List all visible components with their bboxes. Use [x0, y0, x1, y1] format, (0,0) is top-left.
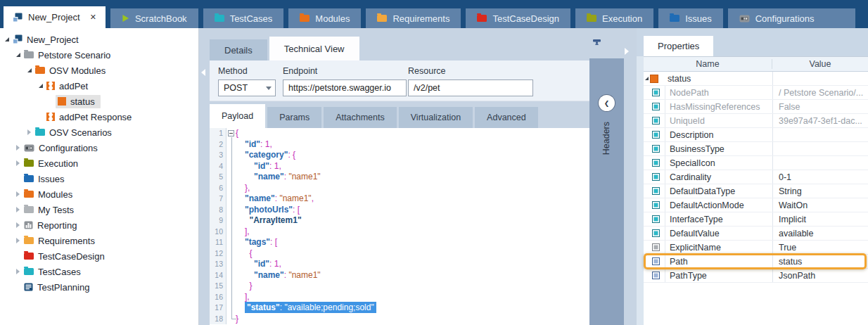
property-row-pathtype[interactable]: PathTypeJsonPath [644, 269, 868, 283]
property-row-businesstype[interactable]: BusinessType [644, 142, 868, 156]
tab-requirements[interactable]: Requirements [366, 8, 461, 28]
tree-expanded-icon[interactable] [3, 37, 11, 42]
fold-toggle-icon[interactable] [228, 130, 234, 136]
tab-new-project[interactable]: New_Project✕ [4, 6, 106, 28]
panel-expand-right-icon[interactable] [625, 48, 629, 55]
expand-headers-button[interactable]: ❮ [599, 95, 615, 111]
tab-payload[interactable]: Payload [210, 104, 265, 128]
property-row-uniqueid[interactable]: UniqueId39e97a47-3ef1-dac... [644, 114, 868, 128]
property-row-path[interactable]: Pathstatus [644, 255, 868, 269]
tab-params[interactable]: Params [267, 107, 321, 128]
tree-item-requirements[interactable]: Requirements [0, 233, 198, 248]
tree-item-modules[interactable]: Modules [0, 186, 198, 202]
tree-collapsed-icon[interactable] [14, 269, 22, 274]
code-line-9[interactable]: 9"ArrayItem1" [210, 215, 589, 227]
property-value-cell[interactable]: 39e97a47-3ef1-dac... [772, 114, 868, 127]
property-value-cell[interactable] [772, 142, 868, 155]
tree-collapsed-icon[interactable] [14, 238, 22, 243]
code-line-16[interactable]: 16], [210, 292, 589, 303]
property-row-explicitname[interactable]: ExplicitNameTrue [644, 241, 868, 255]
code-line-12[interactable]: 12{ [210, 248, 589, 260]
tab-details[interactable]: Details [210, 39, 267, 60]
property-value-cell[interactable] [772, 72, 868, 85]
tree-expanded-icon[interactable] [14, 53, 22, 57]
tree-item-osv-scenarios[interactable]: OSV Scenarios [0, 125, 198, 140]
tab-testcases[interactable]: TestCases [203, 8, 284, 28]
code-line-4[interactable]: 4"id": 1, [210, 161, 589, 172]
tab-execution[interactable]: Execution [575, 8, 653, 28]
property-value-cell[interactable]: 0-1 [772, 170, 868, 184]
tree-collapsed-icon[interactable] [14, 222, 22, 228]
property-value-cell[interactable]: available [772, 227, 868, 240]
tree-item-testcases[interactable]: TestCases [0, 264, 198, 279]
tab-configurations[interactable]: Configurations [728, 8, 855, 28]
tab-properties[interactable]: Properties [644, 36, 713, 56]
tab-technical-view[interactable]: Technical View [269, 37, 359, 60]
tab-virtualization[interactable]: Virtualization [399, 107, 473, 128]
tree-expanded-icon[interactable] [37, 84, 44, 88]
property-row-hasmissingreferences[interactable]: HasMissingReferencesFalse [644, 100, 868, 114]
tab-testcasedesign[interactable]: TestCaseDesign [466, 8, 570, 28]
code-line-15[interactable]: 15} [210, 281, 589, 292]
tree-item-my-tests[interactable]: My Tests [0, 202, 198, 217]
close-icon[interactable]: ✕ [90, 13, 96, 22]
tree-expanded-icon[interactable] [25, 68, 33, 72]
tree-item-osv-modules[interactable]: OSV Modules [0, 63, 198, 78]
tree-collapsed-icon[interactable] [14, 145, 22, 151]
property-row-nodepath[interactable]: NodePath/ Petstore Scenario/... [644, 86, 868, 100]
tree-collapsed-icon[interactable] [14, 160, 22, 166]
tab-modules[interactable]: Modules [288, 8, 361, 28]
property-value-cell[interactable]: WaitOn [772, 198, 868, 212]
tab-attachments[interactable]: Attachments [324, 107, 396, 128]
property-value-cell[interactable]: / Petstore Scenario/... [772, 86, 868, 99]
code-line-5[interactable]: 5"name": "name1" [210, 172, 589, 183]
code-line-17[interactable]: 17"status": "available;pending;sold" [210, 302, 589, 314]
tree-item-testcasedesign[interactable]: TestCaseDesign [0, 248, 198, 264]
tab-advanced[interactable]: Advanced [475, 107, 538, 128]
property-value-cell[interactable]: False [772, 100, 868, 113]
property-value-cell[interactable]: JsonPath [772, 269, 868, 282]
tree-item-addpet-response[interactable]: addPet Response [0, 109, 198, 125]
code-line-18[interactable]: 18} [210, 314, 589, 325]
tree-item-addpet[interactable]: addPet [0, 78, 198, 94]
tree-item-configurations[interactable]: Configurations [0, 140, 198, 155]
code-line-7[interactable]: 7"name": "name1", [210, 193, 589, 205]
resource-input[interactable] [408, 79, 533, 96]
property-row-cardinality[interactable]: Cardinality0-1 [644, 170, 868, 184]
tree-item-issues[interactable]: Issues [0, 171, 198, 186]
endpoint-input[interactable] [283, 79, 407, 96]
property-row-description[interactable]: Description [644, 128, 868, 142]
tree-collapsed-icon[interactable] [14, 207, 22, 212]
tree-item-new-project[interactable]: New_Project [0, 32, 198, 47]
property-row-defaultactionmode[interactable]: DefaultActionModeWaitOn [644, 198, 868, 212]
property-value-cell[interactable] [772, 156, 868, 170]
tree-item-execution[interactable]: Execution [0, 155, 198, 171]
code-line-10[interactable]: 10], [210, 227, 589, 238]
property-row-defaultvalue[interactable]: DefaultValueavailable [644, 227, 868, 241]
property-value-cell[interactable]: Implicit [772, 212, 868, 226]
property-value-cell[interactable]: String [772, 184, 868, 198]
tree-item-status[interactable]: status [0, 94, 198, 109]
tab-scratchbook[interactable]: ScratchBook [110, 8, 198, 28]
code-line-3[interactable]: 3"category": { [210, 150, 589, 161]
tree-item-testplanning[interactable]: TestPlanning [0, 279, 198, 295]
tab-issues[interactable]: Issues [658, 8, 723, 28]
property-row-specialicon[interactable]: SpecialIcon [644, 156, 868, 170]
tree-expanded-icon[interactable] [645, 77, 649, 80]
property-value-cell[interactable]: status [772, 255, 868, 268]
property-row-defaultdatatype[interactable]: DefaultDataTypeString [644, 184, 868, 198]
tree-item-reporting[interactable]: Reporting [0, 217, 198, 233]
code-line-13[interactable]: 13"id": 1, [210, 259, 589, 270]
property-value-cell[interactable] [772, 128, 868, 141]
pin-icon[interactable] [592, 37, 602, 50]
tree-collapsed-icon[interactable] [14, 191, 22, 197]
code-line-8[interactable]: 8"photoUrls": [ [210, 205, 589, 216]
code-line-1[interactable]: 1{ [210, 128, 589, 139]
tree-collapsed-icon[interactable] [25, 129, 33, 135]
panel-collapse-left-icon[interactable] [201, 69, 205, 76]
code-line-11[interactable]: 11"tags": [ [210, 237, 589, 248]
method-select[interactable]: POST [218, 79, 276, 96]
property-row-status[interactable]: status [644, 72, 868, 86]
tree-item-petstore-scenario[interactable]: Petstore Scenario [0, 47, 198, 63]
payload-editor[interactable]: 1{2"id": 1,3"category": {4"id": 1,5"name… [210, 128, 589, 325]
